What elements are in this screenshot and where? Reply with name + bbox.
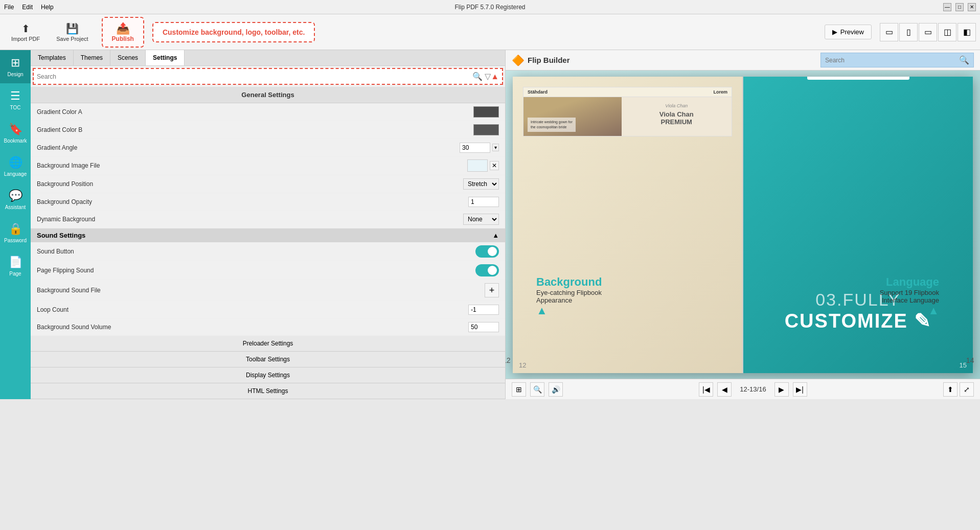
- background-sound-add-button[interactable]: +: [485, 283, 499, 297]
- sound-button[interactable]: 🔊: [549, 382, 563, 397]
- book-container: ‹ Stähdard Lorem: [513, 77, 973, 373]
- view-btn-1[interactable]: ▭: [880, 23, 898, 41]
- flipbuilder-search-input[interactable]: [825, 57, 959, 64]
- menu-help[interactable]: Help: [41, 4, 54, 11]
- magazine-header: Stähdard Lorem: [523, 87, 732, 97]
- preloader-settings-section[interactable]: Preloader Settings: [31, 336, 505, 352]
- search-icon: 🔍: [472, 72, 483, 81]
- view-btn-3[interactable]: ▭: [919, 23, 937, 41]
- preview-button[interactable]: ▶ Preview: [825, 25, 872, 39]
- nav-first-button[interactable]: |◀: [699, 382, 713, 397]
- menu-edit[interactable]: Edit: [22, 4, 33, 11]
- panel-search-input[interactable]: [37, 73, 472, 80]
- background-opacity-label: Background Opacity: [37, 198, 468, 205]
- language-annotation-body: Support 19 FlipbookInterface Language: [880, 289, 939, 304]
- gradient-angle-stepper[interactable]: ▾: [492, 144, 499, 151]
- bottom-toolbar-center: |◀ ◀ 12-13/16 ▶ ▶|: [699, 382, 807, 397]
- nav-last-button[interactable]: ▶|: [793, 382, 807, 397]
- dynamic-background-row: Dynamic Background None Particles Snow: [31, 211, 505, 228]
- sidebar-item-assistant[interactable]: 💬 Assistant: [0, 183, 31, 216]
- gradient-angle-input[interactable]: [460, 143, 490, 153]
- page-number-left: 12: [519, 361, 526, 369]
- background-opacity-input[interactable]: [468, 197, 499, 207]
- tooltip-box: Customize background, logo, toolbar, etc…: [152, 22, 315, 42]
- minimize-button[interactable]: —: [943, 3, 951, 11]
- tab-settings-label: Settings: [153, 54, 177, 61]
- background-image-preview[interactable]: [467, 159, 488, 172]
- flipbuilder-logo-text: Flip Builder: [528, 56, 570, 64]
- background-position-select[interactable]: Stretch Fit Fill Center: [463, 178, 499, 190]
- background-annotation: Background Eye-catching FlipbookAppearan…: [536, 275, 602, 317]
- page-icon: 📄: [9, 256, 22, 269]
- left-panel: Templates Themes Scenes Settings 🔍 ▽ ▲ G…: [31, 50, 506, 399]
- display-settings-section[interactable]: Display Settings: [31, 367, 505, 383]
- background-image-label: Background Image File: [37, 162, 467, 169]
- tab-scenes[interactable]: Scenes: [110, 50, 146, 65]
- share-button[interactable]: ⬆: [943, 382, 958, 397]
- publish-icon: 📤: [112, 22, 134, 35]
- gradient-color-a-value: [473, 106, 499, 118]
- sidebar-item-design[interactable]: ⊞ Design: [0, 50, 31, 83]
- toolbar-settings-section[interactable]: Toolbar Settings: [31, 352, 505, 367]
- language-annotation-arrow: ▲: [880, 304, 939, 317]
- fullscreen-button[interactable]: ⤢: [960, 382, 974, 397]
- loop-count-input[interactable]: [468, 305, 499, 315]
- loop-count-value: [468, 305, 499, 315]
- collapse-icon[interactable]: ▲: [491, 72, 499, 81]
- gradient-angle-value: ▾: [460, 143, 499, 153]
- magazine-title-left: Stähdard: [528, 89, 548, 95]
- dynamic-background-select[interactable]: None Particles Snow: [463, 214, 499, 225]
- sidebar-item-toc[interactable]: ☰ TOC: [0, 83, 31, 117]
- expand-icon[interactable]: ▽: [485, 72, 491, 81]
- import-pdf-button[interactable]: ⬆ Import PDF: [4, 19, 47, 45]
- nav-next-button[interactable]: ▶: [774, 382, 789, 397]
- publish-button[interactable]: 📤 Publish: [102, 17, 144, 48]
- flipbuilder-logo: 🔶 Flip Builder: [512, 54, 570, 66]
- menu-file[interactable]: File: [4, 4, 14, 11]
- nav-prev-button[interactable]: ◀: [717, 382, 732, 397]
- view-btn-2[interactable]: ▯: [899, 23, 918, 41]
- view-buttons: ▭ ▯ ▭ ◫ ◧: [880, 23, 976, 41]
- html-settings-section[interactable]: HTML Settings: [31, 383, 505, 399]
- magazine-title-right: Lorem: [713, 89, 727, 95]
- background-opacity-value: [468, 197, 499, 207]
- sidebar-item-password[interactable]: 🔒 Password: [0, 216, 31, 249]
- dynamic-background-label: Dynamic Background: [37, 216, 463, 223]
- background-sound-file-value: +: [485, 283, 499, 297]
- tab-themes[interactable]: Themes: [74, 50, 110, 65]
- titlebar-title: Flip PDF 5.7.0 Registered: [454, 4, 525, 11]
- background-image-clear[interactable]: ✕: [490, 161, 499, 170]
- tab-themes-label: Themes: [81, 54, 103, 61]
- background-annotation-arrow: ▲: [536, 304, 602, 317]
- sidebar-item-design-label: Design: [7, 72, 23, 77]
- sidebar-item-assistant-label: Assistant: [5, 204, 26, 210]
- background-image-row: Background Image File ✕: [31, 156, 505, 175]
- tab-settings[interactable]: Settings: [146, 50, 185, 65]
- gradient-color-a-swatch[interactable]: [473, 106, 499, 118]
- sound-settings-header[interactable]: Sound Settings ▲: [31, 228, 505, 242]
- tab-templates[interactable]: Templates: [31, 50, 74, 65]
- close-button[interactable]: ✕: [968, 3, 976, 11]
- background-sound-volume-value: [468, 322, 499, 332]
- gradient-color-b-swatch[interactable]: [473, 124, 499, 135]
- page-flipping-sound-switch[interactable]: [475, 264, 499, 276]
- background-sound-volume-input[interactable]: [468, 322, 499, 332]
- flipbuilder-search-icon: 🔍: [959, 55, 969, 65]
- panel-tabs: Templates Themes Scenes Settings: [31, 50, 505, 66]
- sidebar-item-language[interactable]: 🌐 Language: [0, 150, 31, 183]
- main-toolbar: ⬆ Import PDF 💾 Save Project 📤 Publish Cu…: [0, 14, 980, 50]
- sound-button-switch[interactable]: [475, 245, 499, 258]
- zoom-in-button[interactable]: 🔍: [530, 382, 544, 397]
- view-btn-4[interactable]: ◫: [938, 23, 956, 41]
- sidebar-item-page[interactable]: 📄 Page: [0, 249, 31, 283]
- save-project-label: Save Project: [56, 36, 88, 42]
- view-btn-5[interactable]: ◧: [958, 23, 976, 41]
- sidebar-item-language-label: Language: [4, 171, 27, 177]
- grid-view-button[interactable]: ⊞: [512, 382, 526, 397]
- save-project-button[interactable]: 💾 Save Project: [49, 19, 95, 45]
- restore-button[interactable]: □: [955, 3, 964, 11]
- book-viewer: Add Logo Get Exposure forYour Brand ▼ Fl…: [506, 71, 980, 379]
- background-annotation-body: Eye-catching FlipbookAppearance: [536, 289, 602, 304]
- sidebar-item-bookmark[interactable]: 🔖 Bookmark: [0, 117, 31, 150]
- sound-button-row: Sound Button: [31, 242, 505, 261]
